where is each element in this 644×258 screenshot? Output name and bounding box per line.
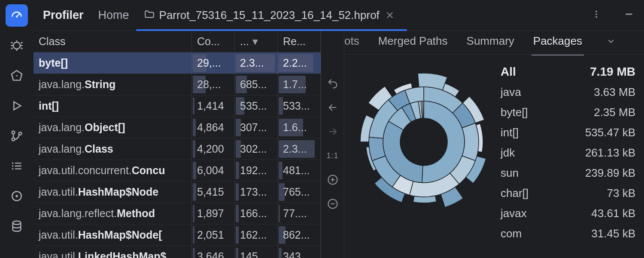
profiler-tool-icon[interactable] xyxy=(6,4,28,27)
sunburst-chart[interactable] xyxy=(353,71,495,213)
class-table: Class Co... ... ▾ Re... byte[]29,...2.3.… xyxy=(33,31,321,258)
right-tab-strip: ots Merged Paths Summary Packages xyxy=(344,31,644,55)
svg-point-16 xyxy=(595,16,597,18)
svg-point-9 xyxy=(12,165,13,166)
table-row[interactable]: int[]1,414535...533... xyxy=(33,95,321,117)
play-icon[interactable] xyxy=(6,95,28,117)
svg-point-19 xyxy=(400,118,447,166)
svg-point-8 xyxy=(12,163,13,164)
list-icon[interactable] xyxy=(6,155,28,177)
svg-point-0 xyxy=(16,16,18,18)
table-row[interactable]: java.util.LinkedHashMap$3,646145...343..… xyxy=(33,246,321,258)
zoom-in-icon[interactable] xyxy=(325,172,340,187)
bug-icon[interactable] xyxy=(6,34,28,57)
poly-icon[interactable] xyxy=(6,64,28,87)
list-item[interactable]: int[]535.47 kB xyxy=(499,123,637,143)
svg-point-13 xyxy=(13,221,21,224)
table-row[interactable]: java.lang.reflect.Method1,897166...77...… xyxy=(33,203,321,224)
toolbar-gutter: 1:1 xyxy=(321,31,344,258)
kebab-icon[interactable] xyxy=(592,9,601,22)
folder-icon xyxy=(144,9,155,22)
chevron-down-icon: ▾ xyxy=(252,35,258,48)
svg-point-12 xyxy=(15,195,18,197)
table-row[interactable]: java.lang.Object[]4,864307...1.6... xyxy=(33,117,321,138)
col-count[interactable]: Co... xyxy=(192,31,235,52)
table-row[interactable]: byte[]29,...2.3...2.2... xyxy=(33,52,321,74)
undo-icon[interactable] xyxy=(325,76,340,91)
svg-point-7 xyxy=(19,132,22,135)
list-item[interactable]: javax43.61 kB xyxy=(499,203,637,224)
tab-profiler[interactable]: Profiler xyxy=(43,9,84,22)
branch-icon[interactable] xyxy=(6,125,28,147)
list-item[interactable]: byte[]2.35 MB xyxy=(499,102,637,123)
svg-point-3 xyxy=(16,75,17,76)
minimize-icon[interactable] xyxy=(623,9,635,22)
right-panel: ots Merged Paths Summary Packages All7.1… xyxy=(344,31,644,258)
target-icon[interactable] xyxy=(6,185,28,207)
svg-point-14 xyxy=(595,10,597,12)
svg-point-10 xyxy=(12,168,13,169)
forward-arrow-icon[interactable] xyxy=(325,124,340,139)
svg-point-6 xyxy=(12,138,15,141)
list-item[interactable]: char[]73 kB xyxy=(499,183,637,203)
col-retained[interactable]: Re... xyxy=(278,31,321,52)
class-table-header: Class Co... ... ▾ Re... xyxy=(33,31,321,52)
db-icon[interactable] xyxy=(6,215,28,237)
chevron-down-icon[interactable] xyxy=(606,37,616,49)
package-list: All7.19 MBjava3.63 MBbyte[]2.35 MBint[]5… xyxy=(499,59,637,244)
svg-point-5 xyxy=(12,131,15,134)
zoom-out-icon[interactable] xyxy=(325,197,340,211)
top-tab-strip: Profiler Home Parrot_75316_15_11_2023_16… xyxy=(33,0,644,31)
table-row[interactable]: java.lang.Class4,200302...2.3... xyxy=(33,138,321,160)
file-tab-name: Parrot_75316_15_11_2023_16_14_52.hprof xyxy=(159,9,380,22)
list-item[interactable]: java3.63 MB xyxy=(499,82,637,102)
table-row[interactable]: java.util.HashMap$Node[2,051162...862... xyxy=(33,224,321,246)
table-row[interactable]: java.util.concurrent.Concu6,004192...481… xyxy=(33,160,321,181)
col-class[interactable]: Class xyxy=(33,31,192,52)
table-row[interactable]: java.util.HashMap$Node5,415173...765... xyxy=(33,181,321,203)
table-row[interactable]: java.lang.String28,...685...1.7... xyxy=(33,74,321,95)
list-item[interactable]: com31.45 kB xyxy=(499,224,637,244)
col-shallow[interactable]: ... ▾ xyxy=(235,31,278,52)
back-arrow-icon[interactable] xyxy=(325,100,340,115)
svg-marker-4 xyxy=(14,102,21,110)
tab-roots-partial[interactable]: ots xyxy=(344,34,359,51)
list-item[interactable]: sun239.89 kB xyxy=(499,163,637,183)
tab-summary[interactable]: Summary xyxy=(467,34,514,51)
tab-packages[interactable]: Packages xyxy=(533,34,582,51)
tab-merged-paths[interactable]: Merged Paths xyxy=(378,34,448,51)
svg-point-15 xyxy=(595,13,597,15)
tab-home[interactable]: Home xyxy=(98,9,129,22)
close-icon[interactable]: ✕ xyxy=(386,9,394,22)
activity-bar xyxy=(0,0,33,258)
one-to-one-icon[interactable]: 1:1 xyxy=(325,148,340,163)
list-item[interactable]: All7.19 MB xyxy=(499,61,637,82)
svg-point-1 xyxy=(13,42,20,49)
list-item[interactable]: jdk261.13 kB xyxy=(499,143,637,163)
file-tab[interactable]: Parrot_75316_15_11_2023_16_14_52.hprof ✕ xyxy=(144,0,394,31)
